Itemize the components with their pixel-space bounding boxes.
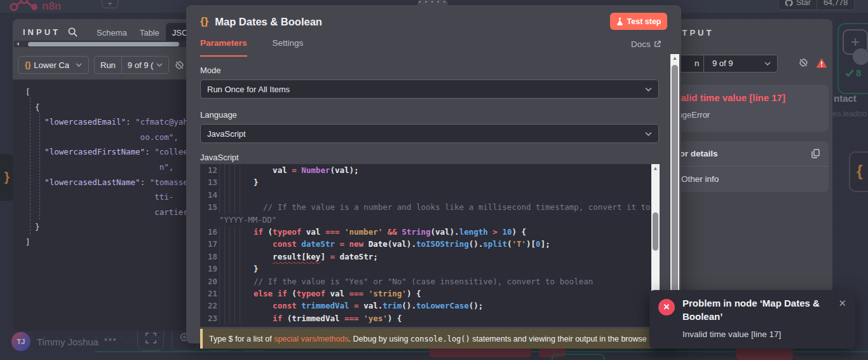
- svg-text:n8n: n8n: [42, 0, 61, 12]
- json-line: "lowercasedFirstName": "colleen: [25, 144, 186, 160]
- docs-link[interactable]: Docs: [631, 39, 661, 49]
- user-name: Timmy Joshua: [37, 336, 98, 347]
- canvas-node-title: ntact: [834, 93, 857, 104]
- drag-handle[interactable]: • • • • •: [417, 0, 448, 5]
- fit-view-icon: [146, 333, 156, 343]
- canvas-node-subtitle: es.leadoo: [832, 109, 867, 118]
- code-line: 21else if (typeof val === 'string') {: [200, 287, 660, 300]
- error-card: Invalid time value [line 17] RangeError: [657, 85, 829, 132]
- editor-hint-bar: Type $ for a list of special vars/method…: [200, 329, 659, 349]
- flask-icon: [616, 17, 623, 25]
- check-icon: [845, 69, 854, 77]
- json-line: n",: [25, 160, 186, 175]
- chevron-down-icon: [645, 132, 652, 136]
- horizontal-scrollbar[interactable]: [14, 41, 186, 47]
- other-info-section[interactable]: Other info: [681, 174, 719, 184]
- run-button[interactable]: Run: [95, 57, 121, 73]
- json-line: [: [25, 85, 186, 100]
- scroll-up-arrow[interactable]: ▲: [670, 54, 679, 63]
- code-line: 18 result[key] = dateStr;: [200, 251, 660, 263]
- json-line: }: [25, 219, 186, 235]
- error-details-header[interactable]: Error details: [657, 141, 829, 167]
- canvas-code-node[interactable]: {: [849, 151, 868, 192]
- input-json-view[interactable]: [ { "lowercasedEmail": "cfmatc@yah oo.co…: [13, 80, 186, 331]
- search-icon[interactable]: [68, 27, 78, 37]
- code-line: 16if (typeof val === 'number' && String(…: [200, 226, 660, 238]
- unlink-icon[interactable]: [798, 57, 809, 68]
- tab-settings[interactable]: Settings: [273, 38, 304, 57]
- copy-icon[interactable]: [811, 149, 820, 158]
- error-details-card: Error details Other info: [657, 141, 829, 192]
- scroll-up-arrow[interactable]: ▲: [651, 164, 660, 173]
- chevron-down-icon: [764, 62, 771, 66]
- code-line: 15 // If the value is a number and looks…: [200, 201, 660, 213]
- test-step-button[interactable]: Test step: [610, 13, 667, 30]
- json-line: tti-: [25, 190, 186, 205]
- input-items-dropdown[interactable]: 9 of 9 (: [121, 57, 168, 73]
- editor-scrollbar-thumb[interactable]: [653, 212, 658, 251]
- github-star-widget: Star 64,778: [778, 0, 855, 10]
- code-line: 20// If the value is "Yes" or "No" (case…: [200, 275, 660, 287]
- input-panel: INPUT Schema Table JSON {} Lower Ca Run …: [13, 19, 186, 331]
- error-message: Invalid time value [line 17]: [667, 92, 785, 103]
- code-line: 12 val = Number(val);: [200, 164, 660, 176]
- language-label: Language: [200, 110, 237, 120]
- code-line: 13}: [200, 176, 660, 188]
- code-lines: 12 val = Number(val);13}1415 // If the v…: [200, 164, 660, 324]
- json-lines: [ { "lowercasedEmail": "cfmatc@yah oo.co…: [25, 85, 186, 250]
- unlink-icon[interactable]: [174, 60, 185, 71]
- json-line: ]: [25, 235, 186, 250]
- code-line: 14: [200, 189, 660, 201]
- json-line: {: [25, 100, 186, 115]
- editor-label: JavaScript: [200, 153, 239, 162]
- run-selector-fragment: n: [695, 59, 699, 68]
- star-count[interactable]: 64,778: [817, 0, 855, 10]
- node-success-badge: 8: [845, 67, 861, 78]
- json-line: "lowercasedLastName": "tomasse: [25, 175, 186, 190]
- tab-parameters[interactable]: Parameters: [200, 38, 247, 57]
- language-select[interactable]: JavaScript: [200, 124, 659, 143]
- input-panel-title: INPUT: [23, 27, 60, 37]
- github-star-button[interactable]: Star: [778, 0, 817, 10]
- new-tab-button[interactable]: +: [102, 0, 118, 8]
- n8n-app: n8n + Star 64,778 + 8 ntact es.leadoo { …: [0, 0, 868, 360]
- input-edge-handle[interactable]: }: [0, 154, 14, 201]
- star-label: Star: [796, 0, 811, 7]
- input-node-selector[interactable]: {} Lower Ca: [18, 56, 89, 74]
- node-title[interactable]: Map Dates & Boolean: [215, 16, 322, 28]
- code-line: 22 const trimmedVal = val.trim().toLower…: [200, 300, 660, 312]
- code-node-icon: {}: [25, 60, 31, 69]
- mode-label: Mode: [200, 66, 221, 75]
- code-line: 23 if (trimmedVal === 'yes') {: [200, 312, 660, 324]
- code-line: 17 const dateStr = new Date(val).toISOSt…: [200, 238, 660, 250]
- github-icon: [785, 0, 793, 7]
- horizontal-scrollbar-thumb[interactable]: [28, 42, 179, 46]
- json-indent-guide: [39, 113, 40, 219]
- input-run-selector: Run 9 of 9 (: [94, 56, 169, 74]
- code-line: "YYYY-MM-DD": [200, 214, 660, 226]
- node-detail-modal: • • • • • {} Map Dates & Boolean Test st…: [186, 5, 681, 343]
- code-node-icon: {}: [200, 15, 208, 28]
- code-editor[interactable]: 12 val = Number(val);13}1415 // If the v…: [200, 164, 660, 327]
- json-line: oo.com",: [25, 130, 186, 145]
- avatar[interactable]: TJ: [11, 332, 31, 351]
- canvas-node-edge: [552, 354, 605, 360]
- warning-icon[interactable]: [816, 58, 827, 68]
- code-line: 19}: [200, 263, 660, 275]
- chevron-down-icon: [76, 63, 82, 67]
- special-vars-link[interactable]: special vars/methods: [274, 335, 348, 343]
- error-toast: ✕ Problem in node ‘Map Dates & Boolean’ …: [649, 290, 855, 349]
- toast-message: Invalid time value [line 17]: [682, 329, 781, 339]
- toast-title: Problem in node ‘Map Dates & Boolean’: [682, 296, 822, 323]
- user-menu-button[interactable]: •••: [104, 335, 118, 345]
- error-circle-icon: ✕: [658, 299, 675, 315]
- json-indent-guide: [30, 97, 31, 234]
- json-line: cartier": [25, 205, 186, 220]
- toast-close-button[interactable]: ✕: [838, 298, 846, 309]
- external-link-icon: [654, 41, 661, 48]
- selected-node-label: Lower Ca: [34, 60, 69, 70]
- json-line: "lowercasedEmail": "cfmatc@yah: [25, 114, 186, 130]
- node-connector-dot[interactable]: [853, 48, 868, 65]
- modal-tabs: Parameters Settings: [200, 38, 303, 57]
- mode-select[interactable]: Run Once for All Items: [200, 80, 659, 99]
